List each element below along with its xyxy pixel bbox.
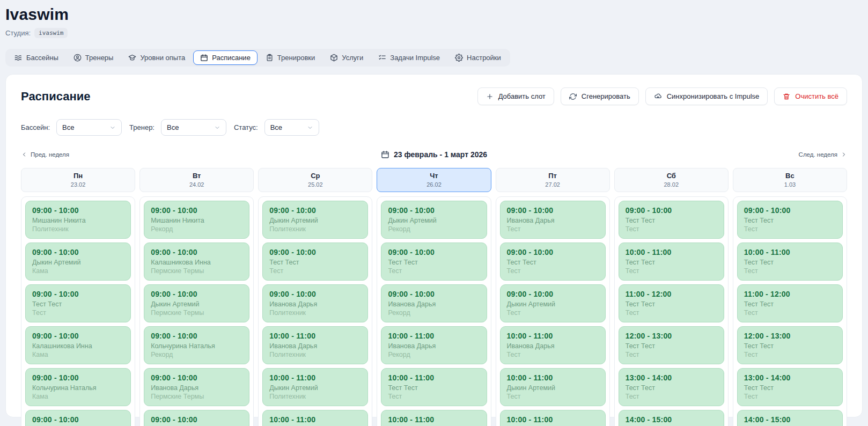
day-name: Вт bbox=[142, 172, 251, 180]
slot-time: 12:00 - 13:00 bbox=[744, 332, 836, 340]
slot-time: 09:00 - 10:00 bbox=[151, 332, 242, 340]
slot-trainer: Мишанин Никита bbox=[151, 217, 242, 224]
slot-time: 09:00 - 10:00 bbox=[269, 206, 361, 215]
schedule-slot-card[interactable]: 09:00 - 10:00 Тест Тест Тест bbox=[25, 284, 131, 322]
schedule-slot-card[interactable]: 10:00 - 11:00 Тест Тест Тест bbox=[619, 243, 724, 281]
schedule-slot-card[interactable]: 11:00 - 12:00 Тест Тест Тест bbox=[619, 284, 724, 322]
schedule-slot-card[interactable]: 09:00 - 10:00 Дыкин Артемий Кама bbox=[25, 243, 131, 281]
pool-filter-select[interactable]: Все bbox=[56, 119, 122, 136]
slot-trainer: Тест Тест bbox=[626, 384, 717, 392]
schedule-slot-card[interactable]: 09:00 - 10:00 Тест Тест Тест bbox=[500, 243, 606, 281]
slot-time: 09:00 - 10:00 bbox=[32, 290, 124, 298]
slot-pool: Кама bbox=[32, 351, 124, 359]
schedule-slot-card[interactable]: 10:00 - 11:00 Дыкин Артемий bbox=[381, 410, 487, 426]
tab-services[interactable]: Услуги bbox=[323, 50, 370, 65]
chevron-down-icon bbox=[109, 124, 116, 131]
schedule-slot-card[interactable]: 10:00 - 11:00 Дыкин Артемий Политехник bbox=[262, 368, 368, 406]
schedule-slot-card[interactable]: 09:00 - 10:00 Кольчурина Наталья Кама bbox=[25, 368, 131, 406]
slot-time: 09:00 - 10:00 bbox=[269, 290, 361, 298]
schedule-slot-card[interactable]: 13:00 - 14:00 Тест Тест Тест bbox=[619, 368, 724, 406]
schedule-slot-card[interactable]: 09:00 - 10:00 Калашникова Инна Пермские … bbox=[144, 243, 249, 281]
schedule-slot-card[interactable]: 10:00 - 11:00 Тест Тест Тест bbox=[737, 243, 843, 281]
add-slot-button[interactable]: Добавить слот bbox=[477, 87, 554, 105]
schedule-slot-card[interactable]: 12:00 - 13:00 Тест Тест Тест bbox=[619, 326, 724, 364]
schedule-slot-card[interactable]: 14:00 - 15:00 Тест Тест bbox=[737, 410, 843, 426]
schedule-slot-card[interactable]: 09:00 - 10:00 Иванова Дарья Политехник bbox=[262, 284, 368, 322]
schedule-slot-card[interactable]: 09:00 - 10:00 Тест Тест Тест bbox=[262, 243, 368, 281]
schedule-slot-card[interactable]: 10:00 - 11:00 Тест Тест bbox=[262, 410, 368, 426]
refresh-icon bbox=[569, 93, 577, 100]
tab-trainers[interactable]: Тренеры bbox=[67, 50, 121, 65]
schedule-slot-card[interactable]: 13:00 - 14:00 Тест Тест Тест bbox=[737, 368, 843, 406]
tab-label: Тренировки bbox=[277, 54, 315, 62]
schedule-slot-card[interactable]: 09:00 - 10:00 Дыкин Артемий Рекорд bbox=[381, 201, 487, 239]
schedule-slot-card[interactable]: 09:00 - 10:00 Мишанин Никита Рекорд bbox=[144, 201, 249, 239]
schedule-slot-card[interactable]: 09:00 - 10:00 Дыкин Артемий Тест bbox=[500, 284, 606, 322]
schedule-slot-card[interactable]: 12:00 - 13:00 Тест Тест Тест bbox=[737, 326, 843, 364]
day-column: 09:00 - 10:00 Тест Тест Тест 10:00 - 11:… bbox=[733, 196, 847, 426]
tab-impulse-tasks[interactable]: Задачи Impulse bbox=[371, 50, 447, 65]
slot-pool: Тест bbox=[626, 351, 717, 359]
tab-label: Расписание bbox=[212, 54, 251, 62]
slot-pool: Тест bbox=[744, 393, 836, 401]
status-filter-select[interactable]: Все bbox=[264, 119, 319, 136]
schedule-slot-card[interactable]: 10:00 - 11:00 Тест Тест bbox=[500, 410, 606, 426]
slot-trainer: Иванова Дарья bbox=[507, 217, 599, 224]
chevron-down-icon bbox=[214, 124, 220, 131]
schedule-slot-card[interactable]: 14:00 - 15:00 Тест Тест bbox=[619, 410, 724, 426]
schedule-slot-card[interactable]: 11:00 - 12:00 Тест Тест Тест bbox=[737, 284, 843, 322]
tab-experience-levels[interactable]: Уровни опыта bbox=[121, 50, 192, 65]
schedule-slot-card[interactable]: 09:00 - 10:00 Иванова Дарья Тест bbox=[500, 201, 606, 239]
trainer-filter-label: Тренер: bbox=[129, 123, 155, 131]
slot-trainer: Дыкин Артемий bbox=[32, 259, 124, 266]
slot-time: 11:00 - 12:00 bbox=[626, 290, 717, 298]
schedule-slot-card[interactable]: 09:00 - 10:00 Иванова Дарья Пермские Тер… bbox=[144, 368, 249, 406]
sync-impulse-label: Синхронизировать с Impulse bbox=[667, 92, 760, 100]
week-range-label: 23 февраль - 1 март 2026 bbox=[394, 150, 487, 159]
schedule-slot-card[interactable]: 10:00 - 11:00 Дыкин Артемий Тест bbox=[500, 368, 606, 406]
schedule-slot-card[interactable]: 10:00 - 11:00 Иванова Дарья Тест bbox=[500, 326, 606, 364]
sync-impulse-button[interactable]: Синхронизировать с Impulse bbox=[645, 87, 768, 105]
slot-time: 09:00 - 10:00 bbox=[507, 206, 599, 215]
schedule-slot-card[interactable]: 09:00 - 10:00 Кольчурина Наталья Рекорд bbox=[144, 326, 249, 364]
generate-button[interactable]: Сгенерировать bbox=[561, 87, 639, 105]
next-week-button[interactable]: След. неделя bbox=[799, 151, 847, 158]
slot-time: 13:00 - 14:00 bbox=[626, 373, 717, 382]
tab-bar: Бассейны Тренеры Уровни опыта Расписание… bbox=[5, 49, 510, 67]
slot-trainer: Кольчурина Наталья bbox=[32, 384, 124, 392]
schedule-slot-card[interactable]: 09:00 - 10:00 Калашникова Инна Кама bbox=[25, 326, 131, 364]
slot-time: 09:00 - 10:00 bbox=[32, 373, 124, 382]
schedule-slot-card[interactable]: 09:00 - 10:00 Иванова Дарья Рекорд bbox=[381, 284, 487, 322]
clear-all-button[interactable]: Очистить всё bbox=[774, 87, 847, 105]
schedule-slot-card[interactable]: 09:00 - 10:00 Тест Тест Тест bbox=[381, 243, 487, 281]
slot-trainer: Тест Тест bbox=[744, 259, 836, 266]
slot-pool: Тест bbox=[388, 267, 480, 275]
slot-pool: Тест bbox=[626, 267, 717, 275]
schedule-slot-card[interactable]: 09:00 - 10:00 Тест Тест Тест bbox=[737, 201, 843, 239]
schedule-slot-card[interactable]: 09:00 - 10:00 Тест Тест Тест bbox=[619, 201, 724, 239]
prev-week-button[interactable]: Пред. неделя bbox=[21, 151, 69, 158]
tab-settings[interactable]: Настройки bbox=[448, 50, 508, 65]
schedule-slot-card[interactable]: 10:00 - 11:00 Тест Тест Тест bbox=[381, 368, 487, 406]
slot-time: 10:00 - 11:00 bbox=[388, 332, 480, 340]
day-header: Вс 1.03 bbox=[733, 168, 847, 192]
tab-trainings[interactable]: Тренировки bbox=[259, 50, 322, 65]
tab-pools[interactable]: Бассейны bbox=[8, 50, 65, 65]
schedule-slot-card[interactable]: 09:00 - 10:00 Мишанин Никита Политехник bbox=[25, 201, 131, 239]
slot-pool: Тест bbox=[507, 393, 599, 401]
day-date: 26.02 bbox=[379, 181, 488, 188]
day-column: 09:00 - 10:00 Дыкин Артемий Рекорд 09:00… bbox=[377, 196, 491, 426]
schedule-slot-card[interactable]: 09:00 - 10:00 Иванова Дарья bbox=[25, 410, 131, 426]
schedule-slot-card[interactable]: 09:00 - 10:00 Дыкин Артемий Пермские Тер… bbox=[144, 284, 249, 322]
slot-pool: Политехник bbox=[269, 351, 361, 359]
slot-pool: Рекорд bbox=[388, 309, 480, 317]
schedule-slot-card[interactable]: 09:00 - 10:00 Дыкин Артемий Политехник bbox=[262, 201, 368, 239]
tab-schedule[interactable]: Расписание bbox=[193, 50, 258, 65]
schedule-slot-card[interactable]: 10:00 - 11:00 Иванова Дарья Политехник bbox=[262, 326, 368, 364]
schedule-slot-card[interactable]: 09:00 - 10:00 Тест Тест bbox=[144, 410, 249, 426]
day-name: Сб bbox=[617, 172, 726, 180]
schedule-slot-card[interactable]: 10:00 - 11:00 Иванова Дарья Рекорд bbox=[381, 326, 487, 364]
trainer-filter-select[interactable]: Все bbox=[161, 119, 226, 136]
slot-time: 10:00 - 11:00 bbox=[626, 248, 717, 256]
tab-label: Услуги bbox=[342, 54, 363, 62]
